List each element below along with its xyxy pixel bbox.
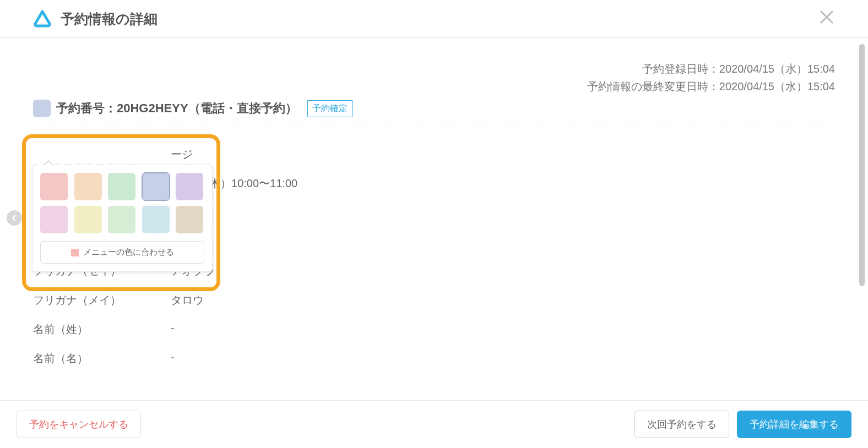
registered-value: 2020/04/15（水）15:04 bbox=[719, 63, 835, 75]
detail-value: ージ bbox=[171, 147, 835, 162]
page-title: 予約情報の詳細 bbox=[61, 10, 158, 28]
detail-label bbox=[33, 147, 171, 162]
modal-header: 予約情報の詳細 bbox=[0, 0, 868, 38]
modal-body: 予約登録日時：2020/04/15（水）15:04 予約情報の最終変更日時：20… bbox=[0, 38, 868, 374]
detail-value: 生 bbox=[171, 205, 835, 220]
color-swatch[interactable] bbox=[40, 206, 68, 233]
detail-row: 名前（姓）- bbox=[33, 315, 835, 344]
footer-right: 次回予約をする 予約詳細を編集する bbox=[634, 411, 851, 438]
match-menu-color-button[interactable]: メニューの色に合わせる bbox=[40, 241, 204, 264]
color-swatch[interactable] bbox=[74, 173, 102, 200]
reservation-header: 予約番号：20HG2HEYY（電話・直接予約） 予約確定 bbox=[33, 100, 835, 117]
status-badge: 予約確定 bbox=[307, 100, 352, 117]
detail-value: タロウ bbox=[171, 293, 835, 308]
color-swatch[interactable] bbox=[108, 206, 135, 233]
modal-footer: 予約をキャンセルする 次回予約をする 予約詳細を編集する bbox=[0, 400, 868, 448]
detail-label: 名前（姓） bbox=[33, 322, 171, 337]
header-left: 予約情報の詳細 bbox=[33, 9, 158, 28]
detail-row: フリガナ（メイ）タロウ bbox=[33, 286, 835, 315]
app-logo-icon bbox=[33, 9, 52, 28]
color-swatch[interactable] bbox=[142, 173, 170, 200]
detail-value: 04/16（木）10:00〜11:00 bbox=[171, 176, 835, 191]
color-chip-button[interactable] bbox=[33, 100, 51, 117]
color-swatch[interactable] bbox=[74, 206, 102, 233]
close-icon[interactable] bbox=[818, 9, 835, 29]
updated-label: 予約情報の最終変更日時： bbox=[587, 80, 719, 92]
color-swatch[interactable] bbox=[142, 206, 170, 233]
prev-arrow-button[interactable] bbox=[7, 210, 22, 226]
color-swatch[interactable] bbox=[40, 173, 68, 200]
color-swatch[interactable] bbox=[108, 173, 135, 200]
detail-value: 3,000円 bbox=[171, 234, 835, 249]
mini-swatch-icon bbox=[71, 249, 79, 256]
next-reservation-button[interactable]: 次回予約をする bbox=[634, 411, 729, 438]
divider bbox=[33, 123, 835, 123]
detail-row: 名前（名）- bbox=[33, 344, 835, 373]
detail-value: - bbox=[171, 322, 835, 337]
reservation-number: 予約番号：20HG2HEYY（電話・直接予約） bbox=[56, 100, 297, 117]
color-swatch[interactable] bbox=[176, 206, 203, 233]
detail-value: アオゾラ bbox=[171, 264, 835, 278]
detail-label: 名前（名） bbox=[33, 351, 171, 366]
cancel-reservation-button[interactable]: 予約をキャンセルする bbox=[17, 411, 141, 438]
meta-block: 予約登録日時：2020/04/15（水）15:04 予約情報の最終変更日時：20… bbox=[33, 60, 835, 95]
updated-value: 2020/04/15（水）15:04 bbox=[719, 80, 835, 92]
match-menu-label: メニューの色に合わせる bbox=[83, 247, 174, 258]
color-picker-popover: メニューの色に合わせる bbox=[32, 165, 213, 272]
scrollbar[interactable] bbox=[859, 44, 865, 286]
swatch-grid bbox=[40, 173, 204, 233]
edit-reservation-button[interactable]: 予約詳細を編集する bbox=[737, 411, 851, 438]
detail-label: フリガナ（メイ） bbox=[33, 293, 171, 308]
registered-label: 予約登録日時： bbox=[642, 63, 719, 75]
detail-value: - bbox=[171, 351, 835, 366]
color-swatch[interactable] bbox=[176, 173, 203, 200]
